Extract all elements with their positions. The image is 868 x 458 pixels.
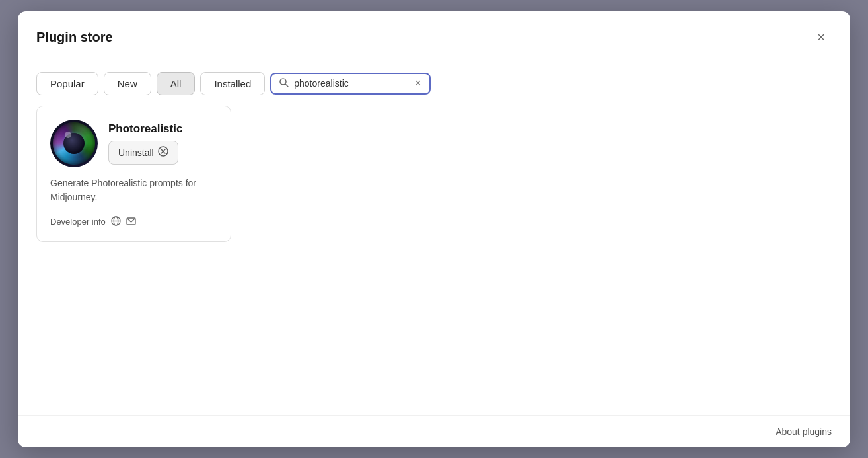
developer-info-label: Developer info <box>50 217 106 227</box>
lens-highlight-icon <box>65 132 71 138</box>
search-clear-button[interactable]: × <box>415 78 421 89</box>
svg-line-1 <box>285 84 288 87</box>
about-plugins-link[interactable]: About plugins <box>776 426 832 437</box>
email-icon[interactable] <box>126 216 136 227</box>
search-input[interactable] <box>294 78 410 89</box>
plugin-info: Photorealistic Uninstall <box>108 122 182 165</box>
close-button[interactable]: × <box>811 27 832 48</box>
dialog-title: Plugin store <box>36 30 113 45</box>
plugin-card: Photorealistic Uninstall <box>36 106 231 242</box>
plugin-header: Photorealistic Uninstall <box>50 120 217 167</box>
developer-info: Developer info <box>50 216 217 228</box>
tab-installed[interactable]: Installed <box>200 72 265 95</box>
plugin-icon <box>50 120 98 167</box>
plugin-name: Photorealistic <box>108 122 182 135</box>
plugin-description: Generate Photorealistic prompts for Midj… <box>50 176 217 204</box>
uninstall-button[interactable]: Uninstall <box>108 141 178 165</box>
tab-new[interactable]: New <box>104 72 151 95</box>
tab-all[interactable]: All <box>157 72 196 95</box>
uninstall-icon <box>158 146 168 159</box>
dialog-header: Plugin store × <box>18 11 850 61</box>
uninstall-label: Uninstall <box>118 147 154 158</box>
dialog-overlay: Plugin store × Popular New All Installed… <box>0 0 868 458</box>
search-icon <box>279 78 289 89</box>
globe-icon[interactable] <box>111 216 121 228</box>
dialog-footer: About plugins <box>18 415 850 447</box>
plugin-store-dialog: Plugin store × Popular New All Installed… <box>18 11 850 447</box>
tab-popular[interactable]: Popular <box>36 72 98 95</box>
dialog-content: Photorealistic Uninstall <box>18 106 850 415</box>
search-box: × <box>270 73 430 95</box>
dialog-toolbar: Popular New All Installed × <box>18 61 850 106</box>
